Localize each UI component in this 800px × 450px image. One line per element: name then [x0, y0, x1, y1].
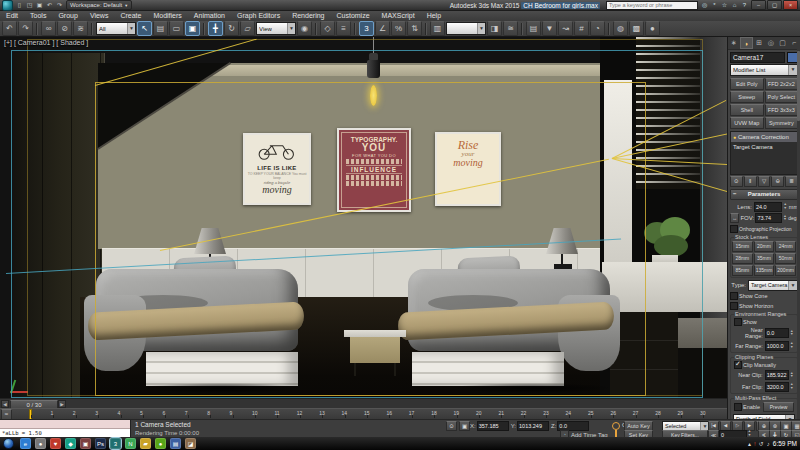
near-range-field[interactable]: 0.0: [765, 328, 789, 338]
menu-maxscript[interactable]: MAXScript: [376, 11, 421, 21]
mirror-icon[interactable]: ◨: [487, 21, 502, 36]
env-show-checkbox[interactable]: [734, 318, 742, 326]
schematic-view-icon[interactable]: #: [574, 21, 589, 36]
notes-app-icon[interactable]: N: [125, 438, 136, 449]
media-app-icon[interactable]: ♥: [50, 438, 61, 449]
object-name-field[interactable]: Camera17: [730, 52, 785, 63]
tab-utilities[interactable]: ⌐: [788, 37, 800, 49]
spinner-control[interactable]: ▲▼: [790, 383, 794, 390]
show-horizon-checkbox[interactable]: [730, 302, 738, 310]
modifier-button-ffd-3x3x3[interactable]: FFD 3x3x3: [765, 104, 799, 116]
next-frame-arrow[interactable]: ▶: [58, 400, 66, 408]
tab-display[interactable]: ▢: [777, 37, 789, 49]
antivirus-icon[interactable]: ●: [155, 438, 166, 449]
folder-icon[interactable]: ▰: [140, 438, 151, 449]
remove-modifier-icon[interactable]: ⊖: [771, 176, 784, 187]
show-cone-checkbox[interactable]: [730, 292, 738, 300]
camera-viewport[interactable]: LIFE IS LIKE TO KEEP YOUR BALANCE You mu…: [0, 37, 727, 398]
lens-field[interactable]: 24.0: [754, 202, 782, 212]
maxscript-mini-listener[interactable]: *aLLb = 1.50: [0, 420, 131, 437]
curve-editor-icon[interactable]: ↝: [558, 21, 573, 36]
window-crossing-icon[interactable]: ▣: [185, 21, 200, 36]
stock-lens-50mm[interactable]: 50mm: [775, 253, 796, 264]
select-and-manipulate-icon[interactable]: ◇: [320, 21, 335, 36]
modifier-button-edit-poly[interactable]: Edit Poly: [730, 78, 764, 90]
undo-icon[interactable]: ↶: [45, 1, 54, 10]
redo-icon[interactable]: ↷: [55, 1, 64, 10]
menu-views[interactable]: Views: [84, 11, 115, 21]
selection-filter-dropdown[interactable]: All▼: [96, 22, 136, 35]
spinner-control[interactable]: ▲▼: [790, 342, 794, 349]
document-app-icon[interactable]: ▤: [170, 438, 181, 449]
modifier-button-ffd-2x2x2[interactable]: FFD 2x2x2: [765, 78, 799, 90]
menu-modifiers[interactable]: Modifiers: [147, 11, 187, 21]
isolate-selection-toggle-icon[interactable]: ⊙: [446, 421, 457, 431]
edit-named-selection-sets-icon[interactable]: ▥: [430, 21, 445, 36]
show-end-result-icon[interactable]: ‖: [744, 176, 757, 187]
volume-icon[interactable]: ♪: [767, 441, 770, 447]
previous-frame-arrow[interactable]: ◀: [1, 400, 9, 408]
open-file-icon[interactable]: ◳: [25, 1, 34, 10]
rendered-frame-window-icon[interactable]: ▩: [629, 21, 644, 36]
named-selection-set-dropdown[interactable]: ▼: [446, 22, 486, 35]
home-icon[interactable]: ⌂: [730, 1, 739, 10]
spinner-snap-toggle-icon[interactable]: ⇅: [407, 21, 422, 36]
spinner-control[interactable]: ▲▼: [790, 330, 794, 337]
fov-field[interactable]: 73.74: [755, 213, 781, 223]
communication-center-icon[interactable]: *: [710, 1, 719, 10]
select-object-icon[interactable]: ↖: [137, 21, 152, 36]
start-button[interactable]: [3, 438, 14, 449]
spinner-control[interactable]: ▲▼: [783, 215, 788, 222]
app-icon-round[interactable]: ●: [35, 438, 46, 449]
menu-edit[interactable]: Edit: [0, 11, 24, 21]
update-icon[interactable]: ↺: [759, 440, 764, 447]
fov-direction-flyout[interactable]: ↔: [730, 213, 739, 223]
render-setup-icon[interactable]: ◍: [613, 21, 628, 36]
orthographic-checkbox[interactable]: [730, 225, 738, 233]
snaps-toggle-3d-icon[interactable]: 3: [359, 21, 374, 36]
rectangular-selection-region-icon[interactable]: ▭: [169, 21, 184, 36]
align-icon[interactable]: ≅: [503, 21, 518, 36]
select-and-rotate-icon[interactable]: ↻: [224, 21, 239, 36]
show-hidden-icons-button[interactable]: ▴: [748, 440, 751, 447]
graphite-ribbon-icon[interactable]: ▼: [542, 21, 557, 36]
bind-to-space-warp-icon[interactable]: ≋: [73, 21, 88, 36]
clip-manually-checkbox[interactable]: [734, 361, 742, 369]
modifier-list-dropdown[interactable]: Modifier List ▼: [730, 64, 798, 76]
select-and-link-icon[interactable]: ∞: [41, 21, 56, 36]
stock-lens-20mm[interactable]: 20mm: [754, 241, 775, 252]
stock-lens-28mm[interactable]: 28mm: [732, 253, 753, 264]
parameters-rollout-header[interactable]: −Parameters: [730, 189, 798, 200]
messenger-icon[interactable]: ◆: [65, 438, 76, 449]
menu-graph-editors[interactable]: Graph Editors: [231, 11, 286, 21]
modifier-button-poly-select[interactable]: Poly Select: [765, 91, 799, 103]
reference-coordinate-dropdown[interactable]: View▼: [256, 22, 296, 35]
modifier-button-symmetry[interactable]: Symmetry: [765, 117, 799, 129]
coordinate-field[interactable]: 357.185: [477, 421, 509, 431]
tab-hierarchy[interactable]: ⊞: [753, 37, 765, 49]
stock-lens-135mm[interactable]: 135mm: [754, 265, 775, 276]
camera-type-dropdown[interactable]: Target Camera ▼: [748, 280, 798, 291]
select-by-name-icon[interactable]: ▤: [153, 21, 168, 36]
undo-icon[interactable]: ↶: [2, 21, 17, 36]
use-pivot-point-center-icon[interactable]: ◉: [297, 21, 312, 36]
search-input[interactable]: [606, 1, 698, 10]
spinner-control[interactable]: ▲▼: [790, 372, 794, 379]
image-viewer-icon[interactable]: ◪: [185, 438, 196, 449]
mp-enable-checkbox[interactable]: [734, 403, 742, 411]
3dsmax-taskbar-icon[interactable]: 3: [110, 438, 121, 449]
minimize-button[interactable]: –: [751, 0, 766, 10]
menu-rendering[interactable]: Rendering: [286, 11, 330, 21]
select-and-scale-icon[interactable]: ▱: [240, 21, 255, 36]
stock-lens-24mm[interactable]: 24mm: [775, 241, 796, 252]
close-button[interactable]: ×: [783, 0, 798, 10]
tab-motion[interactable]: ◎: [765, 37, 777, 49]
favorites-icon[interactable]: ☆: [720, 1, 729, 10]
preview-button[interactable]: Preview: [763, 402, 794, 412]
redo-icon[interactable]: ↷: [18, 21, 33, 36]
notification-flag-icon[interactable]: !: [754, 441, 756, 447]
menu-create[interactable]: Create: [114, 11, 147, 21]
near-clip-field[interactable]: 185.922: [765, 370, 789, 380]
menu-group[interactable]: Group: [52, 11, 83, 21]
workspace-dropdown[interactable]: Workspace: Default ▼: [66, 0, 132, 10]
